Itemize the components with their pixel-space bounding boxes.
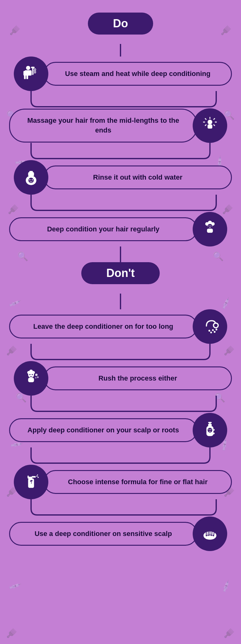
svg-point-66 xyxy=(211,534,212,536)
sensitive-icon xyxy=(193,517,227,551)
svg-point-32 xyxy=(212,329,214,331)
curve-2 xyxy=(14,143,227,160)
connector-line xyxy=(120,44,121,57)
svg-point-42 xyxy=(32,374,33,375)
rinse-icon xyxy=(14,160,48,195)
svg-point-33 xyxy=(214,331,216,333)
svg-point-31 xyxy=(214,324,217,327)
svg-point-59 xyxy=(36,475,38,477)
dont-start-line xyxy=(120,294,121,309)
steam-icon xyxy=(14,57,48,91)
svg-rect-48 xyxy=(208,424,212,426)
intense-text: Choose intense formula for fine or flat … xyxy=(44,470,232,494)
svg-point-46 xyxy=(35,377,37,379)
scalproots-text: Apply deep conditioner on your scalp or … xyxy=(9,418,197,442)
svg-rect-17 xyxy=(28,172,34,176)
svg-point-28 xyxy=(210,225,211,226)
svg-point-7 xyxy=(208,120,212,124)
svg-point-19 xyxy=(29,179,30,181)
svg-rect-6 xyxy=(31,67,35,68)
rush-icon xyxy=(14,361,48,396)
svg-rect-21 xyxy=(29,171,33,173)
curve-4 xyxy=(14,344,227,361)
svg-line-15 xyxy=(205,125,206,126)
sensitive-text: Use a deep conditioner on sensitive scal… xyxy=(9,522,197,546)
scalp-icon xyxy=(193,413,227,447)
svg-point-27 xyxy=(209,225,210,226)
svg-rect-2 xyxy=(24,71,26,76)
regular-text: Deep condition your hair regularly xyxy=(9,217,197,241)
rush-text: Rush the process either xyxy=(44,366,232,391)
svg-rect-58 xyxy=(28,475,29,478)
svg-rect-53 xyxy=(208,422,212,423)
svg-rect-29 xyxy=(207,229,213,233)
svg-point-67 xyxy=(213,535,214,536)
svg-rect-4 xyxy=(26,75,28,79)
svg-point-50 xyxy=(209,429,210,430)
intense-icon xyxy=(14,465,48,499)
curve-1 xyxy=(14,91,227,108)
svg-rect-54 xyxy=(28,479,34,488)
curve-6 xyxy=(14,447,227,465)
svg-point-36 xyxy=(216,329,217,331)
svg-point-49 xyxy=(208,428,212,433)
svg-point-65 xyxy=(209,534,211,536)
rinse-text: Rinse it out with cold water xyxy=(44,165,232,190)
svg-rect-8 xyxy=(208,124,212,128)
toolong-text: Leave the deep conditioner on for too lo… xyxy=(9,315,197,339)
svg-line-10 xyxy=(214,119,215,120)
massage-text: Massage your hair from the mid-lengths t… xyxy=(9,109,197,143)
svg-point-0 xyxy=(26,66,30,70)
do-title: Do xyxy=(88,13,153,35)
svg-line-12 xyxy=(214,125,215,126)
svg-point-64 xyxy=(207,534,209,536)
curve-3 xyxy=(14,195,227,212)
svg-rect-56 xyxy=(32,476,36,478)
svg-point-60 xyxy=(38,477,39,478)
svg-point-61 xyxy=(37,474,38,475)
svg-point-41 xyxy=(29,374,30,375)
svg-point-44 xyxy=(35,374,38,376)
svg-point-35 xyxy=(208,330,210,332)
curve-7 xyxy=(14,499,227,517)
steam-text: Use steam and heat while deep conditioni… xyxy=(44,62,232,86)
curve-5 xyxy=(14,396,227,413)
svg-point-51 xyxy=(210,429,211,430)
svg-rect-55 xyxy=(28,477,32,479)
svg-point-34 xyxy=(210,332,212,333)
svg-point-45 xyxy=(37,376,39,378)
svg-rect-3 xyxy=(24,75,26,79)
svg-rect-43 xyxy=(28,378,34,382)
dont-title: Don't xyxy=(81,262,160,284)
svg-point-20 xyxy=(32,179,33,181)
main-content: Do Use steam and heat while deep xyxy=(0,0,241,576)
toolong-icon xyxy=(193,309,227,344)
svg-point-63 xyxy=(206,535,207,536)
massage-icon xyxy=(193,108,227,143)
regular-icon xyxy=(193,212,227,246)
svg-line-13 xyxy=(205,119,206,120)
section-divider-line xyxy=(120,246,121,262)
svg-point-18 xyxy=(29,178,34,183)
